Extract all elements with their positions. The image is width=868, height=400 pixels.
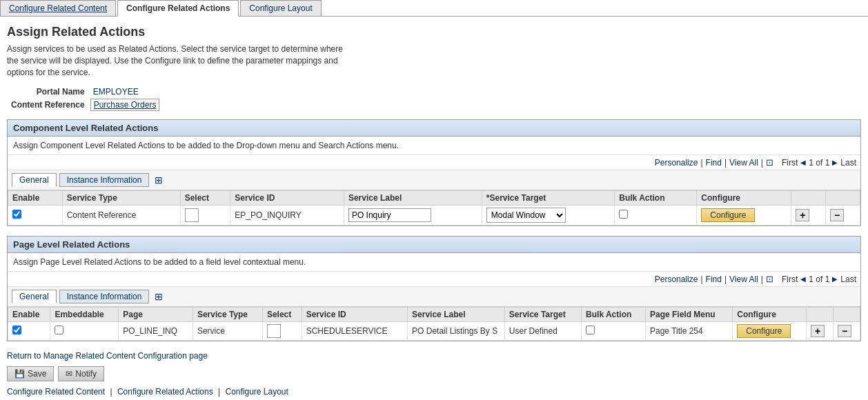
tab-configure-actions[interactable]: Configure Related Actions [117,0,239,17]
page-prev-btn[interactable]: ◀ [799,275,807,283]
component-last-label: Last [840,158,856,168]
page-select-input[interactable] [267,324,281,338]
page-inner-tabs: General Instance Information ⊞ [8,287,860,307]
pcol-select: Select [262,308,302,322]
pcol-configure: Configure [733,308,807,322]
cell-configure: Configure [697,206,791,226]
col-add [791,191,826,206]
pcell-service-type: Service [193,322,262,341]
col-service-target: *Service Target [482,191,614,206]
pcol-enable: Enable [8,308,50,322]
pcol-remove [833,308,860,322]
remove-row-button[interactable]: − [830,209,844,221]
page-first-label: First [782,274,798,284]
pcell-enable [8,322,50,341]
bottom-tab-layout[interactable]: Configure Layout [225,387,288,397]
bottom-tab-content[interactable]: Configure Related Content [7,387,105,397]
service-label-input[interactable] [348,208,431,222]
col-bulk-action: Bulk Action [615,191,697,206]
page-next-btn[interactable]: ▶ [831,275,839,283]
component-prev-btn[interactable]: ◀ [799,159,807,166]
content-ref-value[interactable]: Purchase Orders [90,99,160,111]
bottom-tabs: Configure Related Content | Configure Re… [7,387,861,397]
page-find-link[interactable]: Find [706,274,722,284]
page-personalize-link[interactable]: Personalize [655,274,698,284]
pcell-bulk-action [582,322,646,341]
add-row-button[interactable]: + [796,209,809,221]
save-button[interactable]: 💾 Save [7,366,54,381]
pcell-add: + [807,322,834,341]
component-next-btn[interactable]: ▶ [831,159,839,166]
page-tab-general[interactable]: General [12,290,57,303]
pcell-configure: Configure [733,322,807,341]
enable-checkbox[interactable] [12,210,21,219]
return-link[interactable]: Return to Manage Related Content Configu… [7,351,208,361]
page-pagination-nav: First ◀ 1 of 1 ▶ Last [782,274,856,284]
pcell-page: PO_LINE_INQ [119,322,193,341]
component-viewall-link[interactable]: View All [729,158,758,168]
col-service-label: Service Label [344,191,482,206]
col-select: Select [180,191,230,206]
page-tab-instance[interactable]: Instance Information [59,290,150,303]
page-add-row-button[interactable]: + [811,325,825,337]
pcol-page: Page [119,308,193,322]
cell-bulk-action [615,206,697,226]
page-title: Assign Related Actions [7,25,861,39]
pcell-embeddable [50,322,119,341]
pcol-service-type: Service Type [193,308,262,322]
cell-service-id: EP_PO_INQUIRY [230,206,344,226]
page-page-indicator: 1 of 1 [809,274,829,284]
page-pagination-bar: Personalize | Find | View All | ⊡ First … [8,272,860,287]
cell-service-type: Content Reference [62,206,180,226]
portal-name-label: Portal Name [8,86,89,97]
bottom-tab-actions[interactable]: Configure Related Actions [117,387,213,397]
notify-icon: ✉ [66,369,72,379]
table-row: PO_LINE_INQ Service SCHEDULESERVICE PO D… [8,322,860,341]
component-pagination-nav: First ◀ 1 of 1 ▶ Last [782,158,856,168]
page-section-header: Page Level Related Actions [8,237,860,253]
pcell-select [262,322,302,341]
component-find-link[interactable]: Find [706,158,722,168]
page-remove-row-button[interactable]: − [838,325,851,337]
component-first-label: First [782,158,798,168]
component-tab-general[interactable]: General [12,173,57,187]
notify-label: Notify [75,369,97,379]
tab-configure-content[interactable]: Configure Related Content [0,0,116,16]
page-export-icon[interactable]: ⊡ [766,274,773,284]
pcell-remove: − [833,322,860,341]
content-ref-link[interactable]: Purchase Orders [94,100,157,110]
portal-info: Portal Name EMPLOYEE Content Reference P… [7,85,861,112]
cell-add: + [791,206,826,226]
configure-button[interactable]: Configure [701,208,755,222]
page-viewall-link[interactable]: View All [729,274,758,284]
page-enable-checkbox[interactable] [12,326,21,334]
component-grid-icon[interactable]: ⊞ [155,174,163,186]
page-bulk-checkbox[interactable] [586,326,595,334]
component-page-indicator: 1 of 1 [809,158,829,168]
component-export-icon[interactable]: ⊡ [766,157,773,168]
cell-service-label [344,206,482,226]
col-remove [826,191,860,206]
page-configure-button[interactable]: Configure [737,324,791,338]
tabs-bar: Configure Related Content Configure Rela… [0,0,868,17]
component-personalize-link[interactable]: Personalize [655,158,698,168]
cell-remove: − [826,206,860,226]
page-embeddable-checkbox[interactable] [55,326,63,334]
action-buttons: 💾 Save ✉ Notify [7,366,861,381]
col-configure: Configure [697,191,791,206]
service-target-select[interactable]: Modal Window User Defined New Window Exi… [486,208,566,223]
bulk-action-checkbox[interactable] [619,210,628,219]
pcol-service-target: Service Target [504,308,581,322]
cell-select [180,206,230,226]
component-pagination-bar: Personalize | Find | View All | ⊡ First … [8,155,860,170]
component-section: Component Level Related Actions Assign C… [7,119,861,226]
cell-enable [8,206,63,226]
notify-button[interactable]: ✉ Notify [58,366,104,381]
cell-service-target: Modal Window User Defined New Window Exi… [482,206,614,226]
tab-configure-layout[interactable]: Configure Layout [240,0,321,16]
select-input[interactable] [185,208,199,222]
page-grid-icon[interactable]: ⊞ [155,291,163,302]
component-tab-instance[interactable]: Instance Information [59,173,150,187]
component-inner-tabs: General Instance Information ⊞ [8,170,860,190]
pcell-service-target: User Defined [504,322,581,341]
